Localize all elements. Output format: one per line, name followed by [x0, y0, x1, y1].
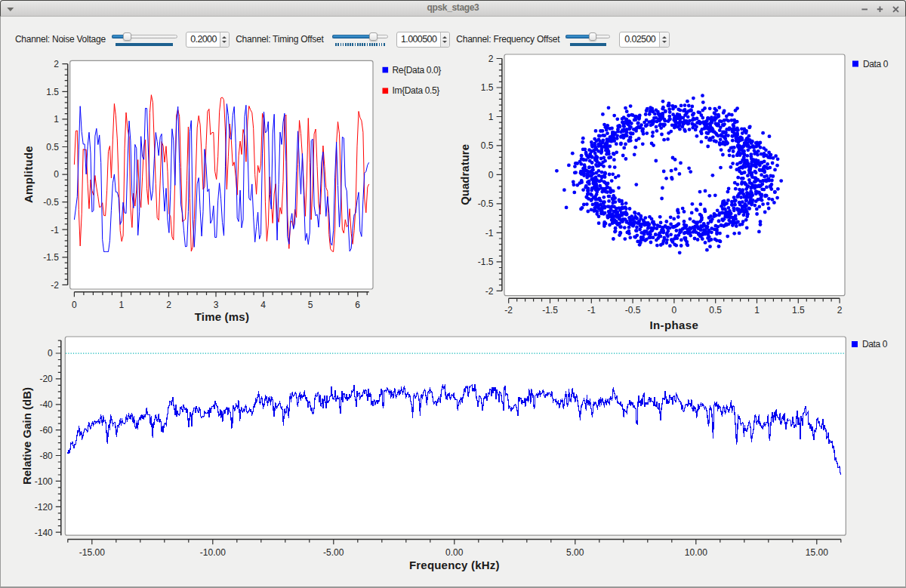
svg-text:-5.00: -5.00 — [323, 547, 344, 558]
svg-text:Relative Gain (dB): Relative Gain (dB) — [20, 387, 33, 485]
svg-text:1.5: 1.5 — [46, 87, 59, 97]
svg-text:0.5: 0.5 — [46, 142, 59, 152]
svg-text:-1: -1 — [485, 228, 494, 239]
svg-text:6: 6 — [355, 300, 360, 310]
svg-text:1: 1 — [754, 305, 760, 316]
svg-text:-1: -1 — [587, 305, 596, 316]
svg-text:-1.5: -1.5 — [478, 257, 494, 267]
svg-text:4: 4 — [260, 300, 266, 310]
svg-text:-0.5: -0.5 — [43, 197, 59, 208]
svg-text:-1.5: -1.5 — [43, 252, 59, 263]
svg-text:1.5: 1.5 — [481, 82, 494, 93]
svg-text:Quadrature: Quadrature — [458, 144, 471, 205]
svg-text:0: 0 — [72, 300, 77, 310]
svg-text:-100: -100 — [35, 476, 53, 487]
svg-text:Amplitude: Amplitude — [22, 146, 35, 203]
svg-text:-20: -20 — [39, 374, 53, 384]
svg-text:5.00: 5.00 — [566, 547, 584, 558]
svg-text:-10.00: -10.00 — [200, 547, 226, 558]
svg-text:Data 0: Data 0 — [863, 59, 889, 69]
svg-text:1.5: 1.5 — [792, 305, 805, 316]
svg-text:5: 5 — [308, 300, 313, 310]
svg-text:-60: -60 — [39, 425, 53, 436]
svg-text:0: 0 — [48, 348, 53, 359]
svg-text:-0.5: -0.5 — [625, 305, 641, 316]
svg-text:-40: -40 — [39, 399, 53, 410]
svg-text:-1.5: -1.5 — [542, 305, 558, 316]
svg-text:-2: -2 — [504, 305, 513, 316]
svg-text:10.00: 10.00 — [685, 547, 707, 558]
svg-text:2: 2 — [488, 54, 494, 64]
svg-text:0: 0 — [54, 169, 59, 180]
svg-text:-15.00: -15.00 — [79, 547, 105, 558]
svg-text:0: 0 — [672, 305, 677, 316]
svg-text:Re{Data 0.0}: Re{Data 0.0} — [393, 65, 442, 75]
svg-text:3: 3 — [214, 300, 219, 310]
svg-text:-2: -2 — [51, 280, 59, 291]
svg-text:-140: -140 — [35, 528, 53, 538]
svg-text:-120: -120 — [35, 502, 53, 513]
svg-text:Frequency (kHz): Frequency (kHz) — [409, 559, 500, 571]
svg-text:-2: -2 — [485, 286, 494, 297]
svg-text:2: 2 — [54, 59, 59, 69]
svg-text:1: 1 — [488, 112, 494, 122]
svg-text:2: 2 — [837, 305, 843, 316]
svg-text:15.00: 15.00 — [806, 547, 828, 558]
svg-text:Data 0: Data 0 — [862, 339, 888, 349]
svg-text:0: 0 — [488, 170, 494, 180]
svg-text:1: 1 — [54, 114, 59, 125]
svg-text:0.5: 0.5 — [481, 140, 494, 151]
svg-text:-0.5: -0.5 — [478, 199, 494, 209]
svg-text:0.5: 0.5 — [709, 305, 722, 316]
svg-text:Im{Data 0.5}: Im{Data 0.5} — [393, 85, 440, 96]
svg-text:In-phase: In-phase — [649, 319, 698, 331]
svg-text:2: 2 — [166, 300, 171, 310]
svg-text:-1: -1 — [51, 225, 59, 236]
svg-text:1: 1 — [119, 300, 125, 310]
svg-text:-80: -80 — [39, 451, 53, 461]
svg-text:Time (ms): Time (ms) — [195, 310, 249, 323]
svg-text:0.00: 0.00 — [445, 547, 464, 558]
